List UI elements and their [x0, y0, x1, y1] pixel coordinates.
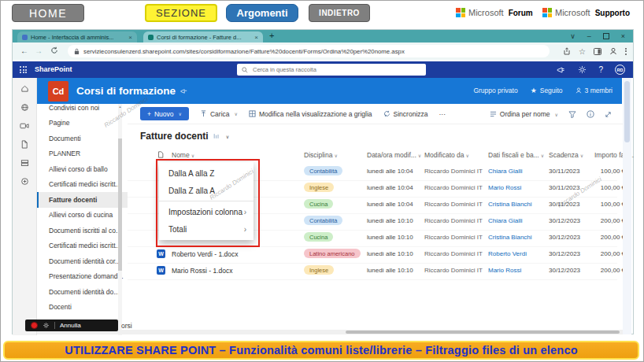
- tab-search-chevron-icon[interactable]: ∨: [570, 32, 576, 40]
- file-name[interactable]: Roberto Verdi - 1.docx: [172, 250, 239, 258]
- grid-edit-button[interactable]: Modifica nella visualizzazione a griglia: [249, 110, 372, 118]
- list-view-toggle-icon[interactable]: [213, 133, 220, 139]
- horizontal-scrollbar[interactable]: [37, 330, 623, 334]
- video-icon[interactable]: [20, 122, 29, 130]
- sezione-button[interactable]: SEZIONE: [145, 4, 217, 22]
- filter-icon[interactable]: [568, 111, 576, 118]
- tab-close-icon[interactable]: ×: [128, 34, 132, 41]
- site-logo[interactable]: Cd: [48, 81, 68, 102]
- maximize-button[interactable]: [603, 33, 609, 39]
- waffle-icon[interactable]: [20, 66, 27, 73]
- argomenti-button[interactable]: Argomenti: [226, 4, 298, 22]
- vertical-scrollbar[interactable]: [623, 78, 631, 334]
- megaphone-icon[interactable]: [557, 66, 566, 74]
- fiscal-contact-link[interactable]: Chiara Gialli: [488, 168, 523, 175]
- scroll-up-icon[interactable]: ▲: [118, 105, 122, 109]
- menu-item[interactable]: Dalla A alla Z: [159, 164, 254, 182]
- column-header-datifiscali[interactable]: Dati fiscali e ba...∨: [488, 151, 544, 159]
- close-button[interactable]: ×: [621, 32, 625, 40]
- menu-item[interactable]: Impostazioni colonna›: [159, 203, 254, 220]
- sidebar-item[interactable]: Condivisi con noi: [37, 104, 128, 116]
- profile-icon[interactable]: [609, 47, 617, 55]
- sidebar-item-fragment: orsi: [121, 322, 132, 330]
- sidebar-item[interactable]: Documenti iscritti al co...: [37, 223, 128, 238]
- follow-button[interactable]: ★Seguito: [531, 87, 563, 94]
- column-header-scadenza[interactable]: Scadenza∨: [549, 151, 583, 159]
- sidebar-item[interactable]: PLANNER: [37, 146, 128, 162]
- recorder-cancel-button[interactable]: Annulla: [60, 322, 81, 329]
- scrollbar-thumb[interactable]: [118, 139, 122, 271]
- column-header-modificato[interactable]: Modificato da∨: [424, 151, 469, 159]
- upload-button[interactable]: Carica ∨: [200, 110, 238, 118]
- split-screen-icon[interactable]: [594, 48, 601, 55]
- file-type-column-icon[interactable]: [157, 151, 164, 158]
- user-avatar[interactable]: RD: [615, 65, 625, 75]
- suite-search-box[interactable]: [237, 64, 426, 76]
- address-bar[interactable]: servizieconsulenzerd.sharepoint.com/site…: [68, 45, 550, 57]
- sidebar-item[interactable]: Allievi corso di cucina: [37, 208, 128, 223]
- column-header-dataora[interactable]: Data/ora modif...∨: [367, 151, 421, 159]
- fiscal-contact-link[interactable]: Chiara Gialli: [488, 217, 523, 224]
- new-tab-button[interactable]: +: [269, 31, 274, 40]
- fiscal-contact-link[interactable]: Cristina Bianchi: [488, 234, 532, 241]
- back-button[interactable]: ←: [20, 46, 28, 55]
- minimize-button[interactable]: –: [587, 32, 591, 40]
- file-name[interactable]: Mario Rossi - 1.docx: [172, 267, 232, 275]
- fiscal-contact-link[interactable]: Mario Rossi: [488, 184, 521, 191]
- table-row[interactable]: WRoberto Verdi - 1.docxLatino americanol…: [128, 246, 617, 264]
- document-icon[interactable]: [20, 140, 28, 149]
- globe-icon[interactable]: [20, 103, 29, 112]
- sidebar-item[interactable]: Documenti identità cor...: [37, 253, 128, 269]
- sidebar-item[interactable]: Certificati medici iscritt...: [37, 177, 128, 193]
- sidebar-item[interactable]: Fatture docenti: [37, 192, 128, 208]
- sidebar-item[interactable]: Certificati medici iscritt...: [37, 238, 128, 254]
- browser-menu-icon[interactable]: [625, 48, 627, 55]
- sidebar-item[interactable]: Allievi corso di ballo: [37, 161, 128, 177]
- library-icon[interactable]: [20, 159, 29, 167]
- home-button[interactable]: HOME: [12, 4, 84, 22]
- sharepoint-app-name[interactable]: SharePoint: [35, 65, 72, 73]
- reload-button[interactable]: [50, 46, 58, 54]
- column-header-nome[interactable]: Nome∨: [172, 151, 194, 159]
- record-dot-icon[interactable]: [31, 322, 38, 329]
- sidebar-scrollbar[interactable]: ▲: [118, 104, 122, 335]
- table-row[interactable]: WMario Rossi - 1.docxIngleselunedì alle …: [128, 263, 617, 280]
- sidebar-item[interactable]: Presentazione domand...: [37, 269, 128, 285]
- modified-by: Riccardo Dominici IT: [424, 250, 483, 257]
- menu-item[interactable]: Totali›: [159, 220, 254, 238]
- sidebar-item[interactable]: Documenti: [37, 131, 128, 146]
- help-icon[interactable]: ?: [598, 65, 603, 74]
- bookmark-star-icon[interactable]: ☆: [579, 47, 586, 56]
- menu-item[interactable]: Dalla Z alla A: [159, 182, 254, 199]
- scrollbar-thumb[interactable]: [346, 331, 620, 334]
- scrollbar-thumb[interactable]: [624, 81, 630, 142]
- home-icon[interactable]: [20, 84, 29, 93]
- view-selector[interactable]: Ordina per nome ∨: [490, 110, 558, 118]
- more-commands-button[interactable]: ···: [439, 110, 446, 118]
- sidebar-item[interactable]: Docenti: [37, 300, 128, 316]
- sync-button[interactable]: Sincronizza: [383, 110, 428, 118]
- column-header-disciplina[interactable]: Disciplina∨: [304, 151, 338, 159]
- modified-by: Riccardo Dominici IT: [424, 267, 483, 274]
- microsoft-logo-icon: [456, 8, 465, 17]
- share-icon[interactable]: [563, 47, 571, 55]
- fiscal-contact-link[interactable]: Mario Rossi: [488, 267, 521, 274]
- search-input[interactable]: [251, 65, 421, 74]
- fiscal-contact-link[interactable]: Cristina Bianchi: [488, 201, 532, 208]
- browser-tab-home[interactable]: Home - Interfaccia di amminis... ×: [17, 31, 137, 42]
- create-icon[interactable]: [20, 177, 29, 186]
- fiscal-contact-link[interactable]: Roberto Verdi: [488, 250, 527, 257]
- settings-gear-icon[interactable]: [578, 65, 587, 74]
- info-icon[interactable]: [587, 110, 594, 118]
- indietro-button[interactable]: INDIETRO: [309, 4, 370, 22]
- tab-close-icon[interactable]: ×: [254, 34, 258, 41]
- sidebar-item[interactable]: Documenti identità do...: [37, 284, 128, 300]
- forward-button[interactable]: →: [35, 46, 43, 55]
- sidebar-item[interactable]: Pagine: [37, 116, 128, 131]
- expand-icon[interactable]: [605, 111, 612, 118]
- members-button[interactable]: 3 membri: [576, 87, 613, 94]
- browser-tab-corsi[interactable]: Corsi di formazione - Fatture d... ×: [143, 31, 263, 42]
- site-title[interactable]: Corsi di formazione: [76, 85, 176, 97]
- recorder-gear-icon[interactable]: [43, 322, 50, 329]
- new-button[interactable]: + Nuovo ∨: [140, 107, 189, 120]
